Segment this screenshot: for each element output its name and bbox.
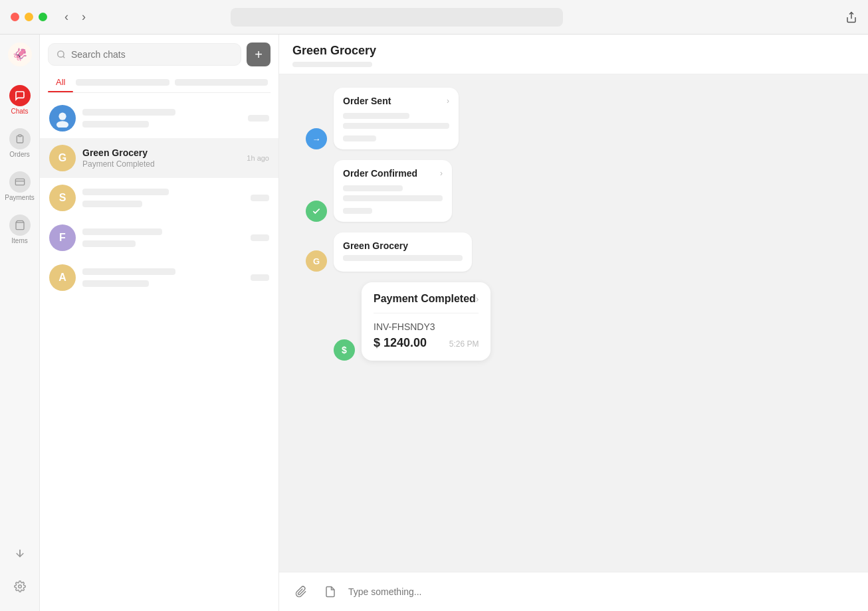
left-nav: 🦑 Chats Orders [0, 35, 40, 611]
items-label: Items [11, 237, 27, 244]
chat-header-title: Green Grocery [292, 44, 855, 58]
placeholder [82, 240, 136, 247]
add-chat-button[interactable]: + [247, 43, 271, 66]
minimize-button[interactable] [25, 13, 33, 21]
items-icon [9, 215, 31, 236]
chat-meta [251, 195, 269, 201]
attachment-button[interactable] [290, 580, 312, 603]
placeholder [82, 189, 169, 195]
chat-header-sub [292, 62, 372, 67]
messages-area: → Order Sent › [279, 74, 868, 572]
payment-card[interactable]: Payment Completed › INV-FHSNDY3 $ 1240.0… [362, 282, 490, 361]
search-row: + [48, 43, 271, 66]
sidebar-item-payments[interactable]: Payments [1, 166, 39, 207]
payments-icon [9, 171, 31, 193]
nav-logo: 🦑 [8, 43, 32, 66]
logo-icon: 🦑 [8, 43, 32, 66]
placeholder [82, 121, 149, 128]
message-payment: $ Payment Completed › INV-FHSNDY3 $ 1240… [306, 282, 841, 361]
titlebar: ‹ › [0, 0, 868, 35]
list-item[interactable]: A [40, 258, 278, 298]
sidebar-item-orders[interactable]: Orders [1, 123, 39, 163]
payment-invoice: INV-FHSNDY3 [374, 321, 479, 332]
order-confirmed-avatar [306, 201, 327, 222]
placeholder [82, 268, 175, 275]
payment-amount: $ 1240.00 [374, 336, 427, 350]
orders-label: Orders [9, 151, 30, 158]
chat-list: G Green Grocery Payment Completed 1h ago… [40, 98, 278, 611]
chat-icon [9, 85, 31, 106]
maximize-button[interactable] [39, 13, 47, 21]
avatar [49, 105, 76, 131]
svg-rect-1 [19, 135, 21, 137]
input-area [279, 572, 868, 611]
chevron-right-icon: › [476, 294, 479, 304]
placeholder [82, 109, 175, 116]
placeholder [251, 274, 269, 281]
list-item[interactable]: G Green Grocery Payment Completed 1h ago [40, 138, 278, 178]
chat-name: Green Grocery [82, 147, 240, 158]
payment-time: 5:26 PM [449, 339, 479, 349]
placeholder-row [343, 208, 443, 214]
chat-meta: 1h ago [247, 154, 269, 162]
nav-bottom [1, 542, 39, 603]
sidebar-item-chats[interactable]: Chats [1, 80, 39, 120]
chat-meta [251, 234, 269, 241]
url-bar [231, 8, 563, 27]
share-icon[interactable] [845, 11, 857, 23]
search-input[interactable] [71, 49, 233, 60]
sidebar-item-items[interactable]: Items [1, 209, 39, 250]
placeholder [82, 201, 142, 207]
order-confirmed-card[interactable]: Order Confirmed › [334, 160, 452, 222]
placeholder [251, 195, 269, 201]
placeholder-block [343, 113, 449, 141]
svg-point-7 [18, 585, 21, 588]
placeholder [343, 255, 463, 261]
list-item[interactable] [40, 98, 278, 138]
chat-content [82, 268, 244, 287]
message-input[interactable] [348, 586, 857, 597]
placeholder [251, 234, 269, 241]
chat-meta [251, 274, 269, 281]
placeholder [343, 135, 376, 141]
list-item[interactable]: S [40, 178, 278, 218]
back-button[interactable]: ‹ [60, 9, 72, 25]
close-button[interactable] [11, 13, 19, 21]
tabs-row: All [48, 72, 271, 93]
chevron-right-icon: › [447, 96, 449, 106]
sort-button[interactable] [1, 542, 39, 565]
placeholder [82, 228, 162, 235]
svg-point-8 [58, 51, 64, 57]
svg-point-11 [56, 121, 68, 128]
order-sent-card[interactable]: Order Sent › [334, 88, 459, 149]
chat-content: Green Grocery Payment Completed [82, 147, 240, 169]
payment-avatar: $ [334, 339, 355, 361]
settings-button[interactable] [1, 575, 39, 598]
green-grocery-card[interactable]: Green Grocery [334, 232, 472, 272]
chat-content [82, 109, 241, 128]
message-green-grocery: G Green Grocery [306, 232, 841, 272]
nav-arrows: ‹ › [60, 9, 90, 25]
placeholder [343, 208, 372, 214]
avatar: S [49, 185, 76, 211]
svg-rect-2 [15, 179, 24, 185]
sidebar: + All [40, 35, 279, 611]
chat-header: Green Grocery [279, 35, 868, 74]
payment-card-header: Payment Completed › [374, 293, 479, 313]
traffic-lights [11, 13, 47, 21]
payment-title: Payment Completed [374, 293, 476, 305]
chats-label: Chats [11, 108, 28, 115]
tab-placeholder-1 [76, 79, 169, 86]
chat-content [82, 189, 244, 207]
tab-all[interactable]: All [48, 72, 73, 92]
chat-content [82, 228, 244, 247]
forward-button[interactable]: › [78, 9, 90, 25]
placeholder [248, 115, 269, 122]
green-grocery-name: Green Grocery [343, 240, 463, 251]
list-item[interactable]: F [40, 218, 278, 258]
search-icon [56, 50, 66, 59]
app-container: 🦑 Chats Orders [0, 35, 868, 611]
placeholder [82, 280, 149, 287]
card-header: Order Confirmed › [343, 168, 443, 179]
file-button[interactable] [319, 580, 342, 603]
